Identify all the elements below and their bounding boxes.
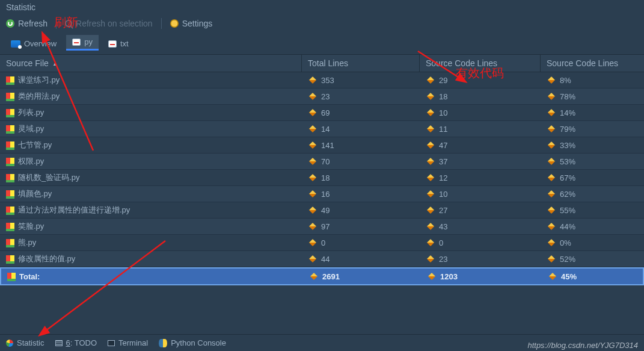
total-row[interactable]: Total: 2691 1203 45% xyxy=(0,267,644,285)
pencil-icon xyxy=(427,174,435,182)
table-row[interactable]: 通过方法对属性的值进行递增.py492755% xyxy=(0,202,644,219)
separator xyxy=(161,18,162,29)
refresh-button[interactable]: Refresh xyxy=(6,19,48,28)
cell-total-lines: 97 xyxy=(321,222,330,231)
refresh-icon xyxy=(6,19,14,28)
cell-filename: 七节管.py xyxy=(18,140,52,151)
total-label: Total: xyxy=(19,272,40,281)
bottom-python-console-button[interactable]: Python Console xyxy=(159,338,226,347)
table-row[interactable]: 填颜色.py161062% xyxy=(0,186,644,202)
cell-filename: 熊.py xyxy=(18,237,36,248)
total-code-lines: 1203 xyxy=(440,272,458,281)
pencil-icon xyxy=(309,207,317,214)
toolbar: Refresh Refresh on selection Settings xyxy=(0,14,644,35)
cell-total-lines: 141 xyxy=(321,141,334,150)
pencil-icon xyxy=(427,93,435,101)
cell-total-lines: 69 xyxy=(321,108,330,117)
table-row[interactable]: 课堂练习.py353298% xyxy=(0,72,644,89)
file-icon xyxy=(6,190,14,197)
cell-pct: 0% xyxy=(560,238,571,247)
settings-label: Settings xyxy=(182,19,213,28)
file-icon xyxy=(6,158,14,165)
bottom-statistic-button[interactable]: Statistic xyxy=(6,338,44,347)
chart-icon xyxy=(108,40,117,48)
panel-title: Statistic xyxy=(0,0,644,14)
table-row[interactable]: 列表.py691014% xyxy=(0,105,644,121)
cell-pct: 33% xyxy=(560,141,575,150)
pencil-icon xyxy=(427,223,435,231)
python-icon xyxy=(159,339,167,347)
pencil-icon xyxy=(309,93,317,101)
col-source-file[interactable]: Source File ▲ xyxy=(0,55,302,72)
pencil-icon xyxy=(427,239,435,247)
cell-code-lines: 29 xyxy=(439,76,447,85)
tab-bar: Overview py txt xyxy=(0,35,644,54)
pencil-icon xyxy=(309,223,317,231)
settings-button[interactable]: Settings xyxy=(170,19,213,28)
pencil-icon xyxy=(309,190,317,198)
cell-pct: 14% xyxy=(560,108,575,117)
list-icon xyxy=(55,340,63,346)
cell-total-lines: 49 xyxy=(321,206,330,215)
tab-txt[interactable]: txt xyxy=(102,37,135,51)
pencil-icon xyxy=(427,109,435,117)
table-row[interactable]: 权限.py703753% xyxy=(0,154,644,170)
cell-total-lines: 18 xyxy=(321,173,330,182)
pencil-icon xyxy=(548,93,556,101)
cell-code-lines: 12 xyxy=(439,173,447,182)
tab-overview-label: Overview xyxy=(24,39,57,48)
file-icon xyxy=(6,109,14,116)
table-row[interactable]: 随机数_验证码.py181267% xyxy=(0,170,644,186)
bottom-todo-button[interactable]: 6: TODO xyxy=(55,338,97,347)
tab-overview[interactable]: Overview xyxy=(5,37,63,51)
pencil-icon xyxy=(549,273,557,281)
cell-code-lines: 37 xyxy=(439,157,447,166)
chart-icon xyxy=(72,39,81,46)
table-row[interactable]: 七节管.py1414733% xyxy=(0,137,644,154)
pencil-icon xyxy=(548,109,556,117)
file-icon xyxy=(6,207,14,214)
pencil-icon xyxy=(548,239,556,247)
file-icon xyxy=(6,93,14,100)
table-body: 课堂练习.py353298%类的用法.py231878%列表.py691014%… xyxy=(0,72,644,267)
table-row[interactable]: 修改属性的值.py442352% xyxy=(0,251,644,267)
col-source-code-lines[interactable]: Source Code Lines xyxy=(420,55,541,72)
pencil-icon xyxy=(309,141,317,149)
pencil-icon xyxy=(548,207,556,214)
cell-code-lines: 47 xyxy=(439,141,447,150)
pencil-icon xyxy=(309,158,317,166)
cell-pct: 62% xyxy=(560,190,575,199)
file-icon xyxy=(6,125,14,132)
cell-filename: 填颜色.py xyxy=(18,188,52,199)
file-icon xyxy=(6,223,14,230)
separator xyxy=(56,18,57,29)
pencil-icon xyxy=(548,255,556,263)
pencil-icon xyxy=(427,207,435,214)
file-icon xyxy=(6,76,14,84)
gear-icon xyxy=(170,19,179,28)
cell-total-lines: 14 xyxy=(321,125,330,134)
pencil-icon xyxy=(427,255,435,263)
table-row[interactable]: 笑脸.py974344% xyxy=(0,219,644,235)
cell-pct: 55% xyxy=(560,206,575,215)
refresh-on-selection-button[interactable]: Refresh on selection xyxy=(65,19,153,28)
stats-table: Source File ▲ Total Lines Source Code Li… xyxy=(0,54,644,285)
table-row[interactable]: 熊.py000% xyxy=(0,235,644,251)
pencil-icon xyxy=(548,190,556,198)
pencil-icon xyxy=(548,76,556,84)
bottom-terminal-button[interactable]: Terminal xyxy=(108,338,148,347)
pencil-icon xyxy=(310,273,318,281)
pencil-icon xyxy=(548,158,556,166)
table-row[interactable]: 灵域.py141179% xyxy=(0,121,644,137)
col-total-lines[interactable]: Total Lines xyxy=(302,55,420,72)
overview-icon xyxy=(11,40,20,48)
table-row[interactable]: 类的用法.py231878% xyxy=(0,89,644,105)
file-icon xyxy=(7,273,16,280)
cell-total-lines: 44 xyxy=(321,255,330,264)
search-icon xyxy=(65,20,72,27)
tab-py[interactable]: py xyxy=(66,35,99,51)
total-total-lines: 2691 xyxy=(322,272,340,281)
col-source-code-lines-pct[interactable]: Source Code Lines xyxy=(541,55,644,72)
cell-code-lines: 10 xyxy=(439,108,447,117)
cell-pct: 53% xyxy=(560,157,575,166)
